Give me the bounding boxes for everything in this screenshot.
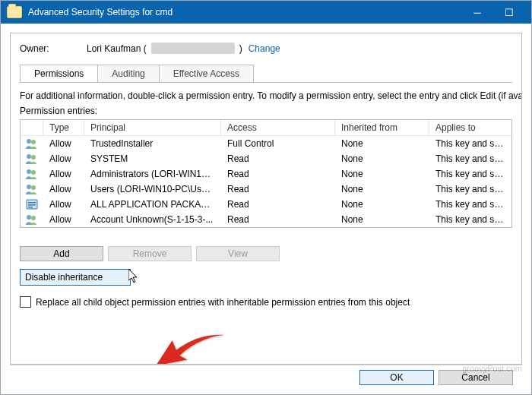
folder-icon: [7, 6, 22, 18]
row-principal: TrustedInstaller: [84, 138, 221, 149]
view-button: View: [196, 246, 280, 261]
change-owner-link[interactable]: Change: [249, 43, 280, 54]
row-applies: This key and subkeys: [429, 138, 511, 149]
table-header: Type Principal Access Inherited from App…: [21, 120, 511, 136]
row-icon: [21, 199, 43, 210]
row-access: Read: [221, 214, 335, 225]
row-type: Allow: [43, 214, 84, 225]
row-principal: Users (LORI-WIN10-PC\Users): [84, 184, 221, 194]
row-inherited: None: [335, 153, 429, 164]
svg-point-13: [31, 216, 36, 220]
svg-point-2: [27, 154, 31, 159]
row-applies: This key and subkeys: [429, 153, 511, 164]
svg-point-7: [31, 185, 36, 190]
row-type: Allow: [43, 138, 84, 149]
row-access: Read: [221, 153, 335, 164]
table-body: AllowTrustedInstallerFull ControlNoneThi…: [21, 136, 511, 227]
row-applies: This key and subkeys: [429, 169, 511, 179]
row-access: Full Control: [221, 138, 335, 149]
svg-point-4: [27, 169, 31, 174]
add-button[interactable]: Add: [20, 246, 103, 261]
svg-rect-9: [28, 202, 36, 204]
maximize-button[interactable]: ☐: [493, 1, 525, 24]
table-row[interactable]: AllowALL APPLICATION PACKAGESReadNoneThi…: [21, 197, 511, 212]
permission-entries-label: Permission entries:: [20, 106, 512, 116]
content-area: Owner: Lori Kaufman ( ) Change Permissio…: [1, 24, 531, 394]
row-icon: [21, 138, 43, 149]
row-principal: Account Unknown(S-1-15-3-...: [84, 214, 221, 225]
row-icon: [21, 153, 43, 164]
users-icon: [25, 138, 39, 149]
dialog-buttons: OK Cancel: [10, 365, 522, 390]
table-row[interactable]: AllowAdministrators (LORI-WIN10-...ReadN…: [21, 166, 511, 182]
owner-row: Owner: Lori Kaufman ( ) Change: [20, 43, 512, 54]
col-type[interactable]: Type: [43, 120, 84, 136]
disable-inheritance-button[interactable]: Disable inheritance: [20, 269, 131, 286]
col-icon[interactable]: [21, 120, 43, 136]
table-row[interactable]: AllowTrustedInstallerFull ControlNoneThi…: [21, 136, 511, 151]
arrow-annotation: [155, 328, 225, 365]
cursor-icon: [128, 269, 141, 288]
svg-rect-11: [28, 207, 33, 208]
row-applies: This key and subkeys: [429, 184, 511, 194]
row-icon: [21, 184, 43, 194]
row-access: Read: [221, 169, 335, 179]
entry-buttons: Add Remove View: [20, 246, 512, 261]
table-row[interactable]: AllowUsers (LORI-WIN10-PC\Users)ReadNone…: [21, 182, 511, 197]
row-applies: This key and subkeys: [429, 214, 511, 225]
row-inherited: None: [335, 184, 429, 194]
svg-point-12: [27, 215, 31, 220]
inner-panel: Owner: Lori Kaufman ( ) Change Permissio…: [10, 33, 522, 365]
ok-button[interactable]: OK: [359, 370, 434, 385]
col-applies[interactable]: Applies to: [429, 120, 511, 136]
row-icon: [21, 214, 43, 225]
row-type: Allow: [43, 199, 84, 210]
owner-label: Owner:: [20, 43, 81, 54]
package-icon: [26, 199, 38, 210]
minimize-button[interactable]: ─: [461, 1, 493, 24]
window-title: Advanced Security Settings for cmd: [28, 7, 461, 17]
row-inherited: None: [335, 214, 429, 225]
svg-point-0: [27, 139, 31, 144]
cancel-button[interactable]: Cancel: [439, 370, 513, 385]
row-inherited: None: [335, 138, 429, 149]
row-icon: [21, 169, 43, 179]
window-buttons: ─ ☐: [461, 1, 525, 24]
row-type: Allow: [43, 153, 84, 164]
tab-auditing[interactable]: Auditing: [97, 65, 159, 82]
replace-label: Replace all child object permission entr…: [36, 297, 410, 308]
col-inherited[interactable]: Inherited from: [335, 120, 429, 136]
table-row[interactable]: AllowSYSTEMReadNoneThis key and subkeys: [21, 151, 511, 166]
owner-name: Lori Kaufman (: [87, 43, 147, 54]
svg-rect-10: [28, 204, 36, 206]
advanced-security-window: Advanced Security Settings for cmd ─ ☐ O…: [0, 0, 532, 395]
owner-value: Lori Kaufman ( ): [87, 43, 242, 54]
row-applies: This key and subkeys: [429, 199, 511, 210]
col-principal[interactable]: Principal: [84, 120, 221, 136]
row-principal: Administrators (LORI-WIN10-...: [84, 169, 221, 179]
svg-point-6: [27, 185, 31, 189]
svg-point-1: [31, 140, 36, 144]
tab-effective-access[interactable]: Effective Access: [159, 65, 254, 82]
replace-checkbox[interactable]: [20, 296, 31, 308]
row-inherited: None: [335, 169, 429, 179]
svg-point-5: [31, 170, 36, 175]
titlebar[interactable]: Advanced Security Settings for cmd ─ ☐: [1, 1, 531, 24]
users-icon: [25, 153, 39, 164]
row-principal: SYSTEM: [84, 153, 221, 164]
help-text: For additional information, double-click…: [20, 90, 512, 101]
users-icon: [25, 169, 39, 179]
row-access: Read: [221, 184, 335, 194]
remove-button: Remove: [108, 246, 192, 261]
replace-child-row[interactable]: Replace all child object permission entr…: [20, 296, 512, 308]
tab-permissions[interactable]: Permissions: [20, 65, 98, 82]
col-access[interactable]: Access: [221, 120, 335, 136]
owner-close-paren: ): [239, 43, 242, 54]
users-icon: [25, 184, 39, 194]
table-row[interactable]: AllowAccount Unknown(S-1-15-3-...ReadNon…: [21, 212, 511, 227]
disable-inheritance-label: Disable inheritance: [25, 272, 103, 283]
row-principal: ALL APPLICATION PACKAGES: [84, 199, 221, 210]
owner-redacted: [151, 43, 235, 54]
svg-point-3: [31, 155, 36, 160]
row-access: Read: [221, 199, 335, 210]
